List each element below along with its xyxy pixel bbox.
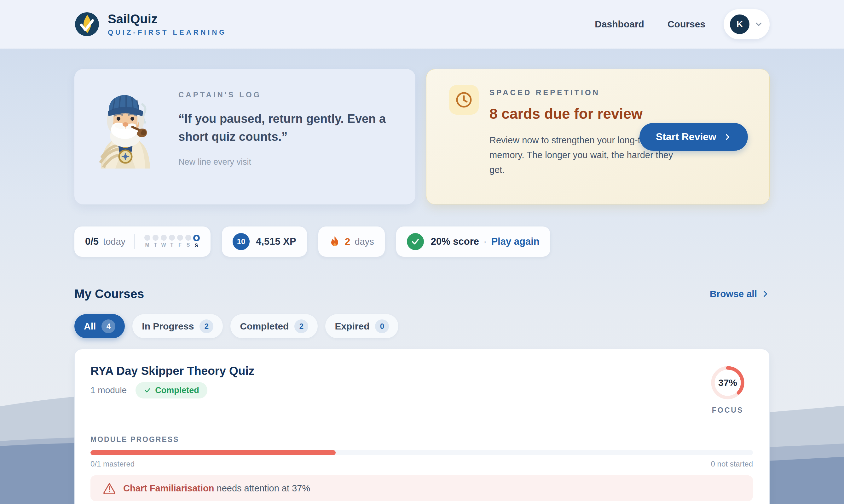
user-menu[interactable]: K <box>724 9 770 39</box>
day-dot <box>144 235 150 241</box>
xp-pill: 10 4,515 XP <box>222 227 307 257</box>
streak-unit: days <box>355 237 374 247</box>
clock-icon <box>455 91 472 108</box>
day-label: S <box>187 242 190 248</box>
top-navigation-bar: SailQuiz QUIZ-FIRST LEARNING Dashboard C… <box>0 0 844 49</box>
filter-completed[interactable]: Completed 2 <box>230 314 318 338</box>
streak-pill: 2 days <box>318 227 385 257</box>
filter-count: 2 <box>199 319 213 333</box>
separator: · <box>483 236 487 247</box>
filter-label: All <box>84 321 96 332</box>
captains-log-subtext: New line every visit <box>178 157 397 167</box>
courses-header: My Courses Browse all <box>74 287 770 301</box>
score-pill: 20% score · Play again <box>396 227 550 257</box>
brand[interactable]: SailQuiz QUIZ-FIRST LEARNING <box>74 12 227 37</box>
main-content: CAPTAIN'S LOG “If you paused, return gen… <box>74 69 770 504</box>
module-progress-bar <box>90 450 753 455</box>
daily-goal-unit: today <box>103 237 125 247</box>
filter-expired[interactable]: Expired 0 <box>325 314 398 338</box>
attention-banner: Chart Familiarisation needs attention at… <box>90 475 753 501</box>
start-review-button[interactable]: Start Review <box>639 123 748 151</box>
course-modules: 1 module <box>90 385 127 395</box>
day-dot <box>161 235 167 241</box>
brand-tagline: QUIZ-FIRST LEARNING <box>108 28 227 37</box>
progress-fill <box>90 450 336 455</box>
status-badge: Completed <box>136 382 207 398</box>
check-icon <box>144 386 151 394</box>
start-review-label: Start Review <box>656 131 716 143</box>
warning-message: needs attention at 37% <box>214 483 310 493</box>
check-icon <box>407 233 424 250</box>
level-badge: 10 <box>233 233 250 250</box>
day-label: W <box>161 242 166 248</box>
day-dot <box>169 235 175 241</box>
today-dot <box>193 235 200 241</box>
filter-count: 4 <box>102 319 115 333</box>
captains-log-quote: “If you paused, return gently. Even a sh… <box>178 110 397 146</box>
day-dot <box>177 235 183 241</box>
avatar: K <box>730 15 750 34</box>
day-dot <box>185 235 191 241</box>
daily-goal-pill: 0/5 today M T W T F S S <box>74 227 211 257</box>
filter-label: In Progress <box>142 321 194 332</box>
main-nav: Dashboard Courses <box>591 19 709 30</box>
dashboard-page: SailQuiz QUIZ-FIRST LEARNING Dashboard C… <box>0 0 844 504</box>
day-label-today: S <box>195 243 198 249</box>
filter-count: 0 <box>375 319 389 333</box>
play-again-link[interactable]: Play again <box>491 236 539 247</box>
course-title: RYA Day Skipper Theory Quiz <box>90 364 703 378</box>
filter-all[interactable]: All 4 <box>74 314 125 338</box>
filter-in-progress[interactable]: In Progress 2 <box>133 314 223 338</box>
week-dots: M T W T F S S <box>144 235 200 249</box>
alert-triangle-icon <box>103 482 116 494</box>
page-title: My Courses <box>74 287 144 301</box>
module-progress-label: MODULE PROGRESS <box>90 435 753 444</box>
focus-widget: 37% FOCUS <box>703 364 753 415</box>
xp-value: 4,515 XP <box>256 236 296 247</box>
captain-illustration <box>95 92 156 168</box>
nav-dashboard[interactable]: Dashboard <box>591 19 648 30</box>
day-label: T <box>154 242 157 248</box>
chevron-down-icon <box>754 20 763 29</box>
filter-count: 2 <box>294 319 308 333</box>
spaced-repetition-card: SPACED REPETITION 8 cards due for review… <box>426 69 770 204</box>
status-label: Completed <box>155 385 199 395</box>
flame-icon <box>329 235 340 248</box>
focus-label: FOCUS <box>703 406 753 415</box>
warning-course-name: Chart Familiarisation <box>123 483 214 493</box>
filter-label: Expired <box>335 321 369 332</box>
streak-value: 2 <box>345 236 350 248</box>
day-label: F <box>178 242 181 248</box>
chevron-right-icon <box>723 133 732 141</box>
clock-icon-box <box>449 85 479 115</box>
brand-name: SailQuiz <box>108 12 227 26</box>
mastered-count: 0/1 mastered <box>90 460 135 468</box>
course-filters: All 4 In Progress 2 Completed 2 Expired … <box>74 314 770 338</box>
filter-label: Completed <box>240 321 289 332</box>
course-card[interactable]: RYA Day Skipper Theory Quiz 1 module Com… <box>74 349 770 504</box>
daily-goal-value: 0/5 <box>85 236 99 247</box>
captains-log-label: CAPTAIN'S LOG <box>178 90 397 99</box>
day-label: M <box>145 242 149 248</box>
browse-all-label: Browse all <box>710 289 757 299</box>
spaced-repetition-label: SPACED REPETITION <box>489 88 685 97</box>
hero-row: CAPTAIN'S LOG “If you paused, return gen… <box>74 69 770 204</box>
focus-percentage: 37% <box>709 364 746 401</box>
score-value: 20% score <box>431 236 479 247</box>
day-label: T <box>170 242 173 248</box>
sailquiz-logo-icon <box>74 12 100 37</box>
nav-courses[interactable]: Courses <box>664 19 709 30</box>
stats-row: 0/5 today M T W T F S S 10 4,515 XP <box>74 227 770 257</box>
divider <box>134 234 135 249</box>
captains-log-card: CAPTAIN'S LOG “If you paused, return gen… <box>74 69 416 204</box>
browse-all-link[interactable]: Browse all <box>710 289 770 299</box>
chevron-right-icon <box>761 289 770 298</box>
not-started-count: 0 not started <box>711 460 753 468</box>
day-dot <box>153 235 159 241</box>
cards-due-title: 8 cards due for review <box>489 104 647 124</box>
